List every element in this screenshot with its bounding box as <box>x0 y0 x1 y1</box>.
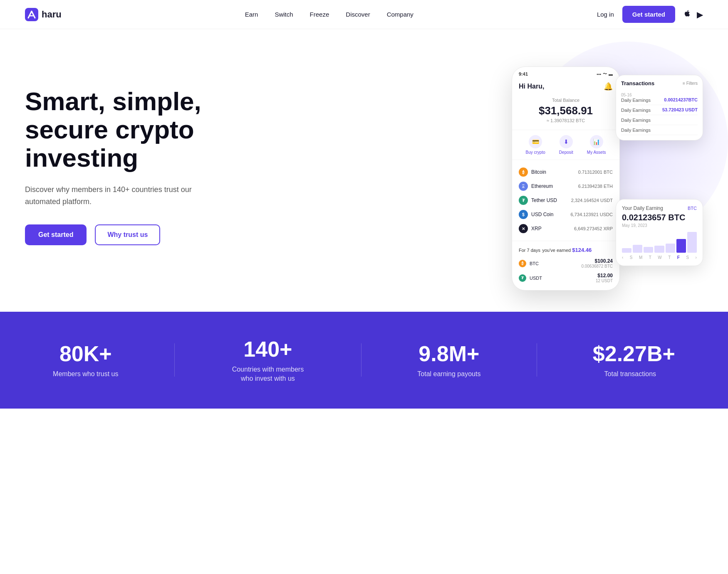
buy-crypto-label: Buy crypto <box>526 150 545 155</box>
phone-header: Hi Haru, 🔔 <box>512 79 619 96</box>
day-f: F <box>677 255 680 260</box>
earning-amount: $124.46 <box>572 247 592 253</box>
btc-earned-sub: 0.00636872 BTC <box>581 264 613 269</box>
nav-get-started-button[interactable]: Get started <box>622 6 675 23</box>
logo-text: haru <box>42 9 62 20</box>
nav-discover[interactable]: Discover <box>346 11 370 18</box>
hero-right: 9:41 ▪▪▪ 〜 ▬ Hi Haru, 🔔 Total Balance $3… <box>487 58 703 274</box>
stat-payouts-number: 9.8M+ <box>417 341 480 366</box>
asset-ethereum: Ξ Ethereum 6.21394238 ETH <box>519 179 613 193</box>
chart-bar-2 <box>644 247 653 253</box>
transactions-card-header: Transactions ≡ Filters <box>621 80 698 86</box>
stat-members: 80K+ Members who trust us <box>53 341 118 379</box>
deposit-label: Deposit <box>559 150 573 155</box>
ethereum-icon: Ξ <box>519 182 528 191</box>
stat-transactions: $2.27B+ Total transactions <box>593 341 675 379</box>
my-assets-action[interactable]: 📊 My Assets <box>587 135 606 155</box>
phone-time: 9:41 <box>519 71 528 76</box>
hero-get-started-button[interactable]: Get started <box>25 224 87 245</box>
usdt-label: USDT <box>530 276 542 281</box>
day-s1: S <box>630 255 633 260</box>
ethereum-name: Ethereum <box>531 183 553 189</box>
trans-amount-2: 53.720423 USDT <box>662 107 698 113</box>
day-s2: S <box>686 255 689 260</box>
phone-earning-section: For 7 days you've earned $124.46 ₿ BTC $… <box>512 241 619 290</box>
trans-row-3: Daily Earnings <box>621 115 698 125</box>
bitcoin-name: Bitcoin <box>531 169 546 175</box>
filter-icon[interactable]: ≡ Filters <box>683 81 698 86</box>
usdt-dot: ₮ <box>519 274 526 282</box>
nav-company[interactable]: Company <box>387 11 414 18</box>
apple-icon[interactable] <box>683 10 691 19</box>
stat-divider-1 <box>174 343 175 377</box>
chart-bar-0 <box>622 248 631 253</box>
svg-rect-0 <box>25 8 38 21</box>
stat-members-number: 80K+ <box>53 341 118 366</box>
stat-countries-number: 140+ <box>230 337 305 362</box>
google-play-icon[interactable]: ▶ <box>697 10 703 20</box>
hero-left: Smart, simple, secure crypto investing D… <box>25 87 241 245</box>
bitcoin-icon: ₿ <box>519 168 528 177</box>
xrp-name: XRP <box>531 226 542 232</box>
daily-earning-chart <box>622 232 697 253</box>
nav-switch[interactable]: Switch <box>275 11 293 18</box>
asset-bitcoin: ₿ Bitcoin 0.71312001 BTC <box>519 165 613 179</box>
btc-label: BTC <box>530 261 539 266</box>
phone-status-bar: 9:41 ▪▪▪ 〜 ▬ <box>512 67 619 79</box>
balance-btc: ≈ 1.39078132 BTC <box>519 118 613 123</box>
my-assets-icon: 📊 <box>590 135 603 148</box>
hero-buttons: Get started Why trust us <box>25 224 241 245</box>
deposit-action[interactable]: ⬇ Deposit <box>559 135 573 155</box>
stat-transactions-label: Total transactions <box>593 370 668 379</box>
app-store-icons: ▶ <box>683 10 703 20</box>
login-link[interactable]: Log in <box>597 11 614 18</box>
notification-bell-icon: 🔔 <box>604 82 613 91</box>
day-w: W <box>658 255 661 260</box>
daily-earning-card: Your Daily Earning BTC 0.02123657 BTC Ma… <box>616 199 703 266</box>
trans-date-1: 05-16 <box>621 93 698 97</box>
stat-payouts-label: Total earning payouts <box>417 370 480 379</box>
stat-members-label: Members who trust us <box>53 370 118 379</box>
nav-earn[interactable]: Earn <box>245 11 258 18</box>
usdc-icon: $ <box>519 210 528 219</box>
logo[interactable]: haru <box>25 8 62 21</box>
buy-crypto-icon: 💳 <box>529 135 542 148</box>
trans-row-2: Daily Earnings 53.720423 USDT <box>621 105 698 115</box>
why-trust-us-button[interactable]: Why trust us <box>95 224 160 245</box>
deposit-icon: ⬇ <box>560 135 573 148</box>
trans-label-2: Daily Earnings <box>621 108 651 113</box>
stat-countries-label: Countries with members who invest with u… <box>230 365 305 384</box>
stat-countries: 140+ Countries with members who invest w… <box>230 337 305 384</box>
transactions-card: Transactions ≡ Filters 05-16 Daily Earni… <box>616 75 703 140</box>
asset-usdc: $ USD Coin 6,734.123921 USDC <box>519 207 613 222</box>
daily-card-header: Your Daily Earning BTC <box>622 205 697 211</box>
stat-payouts: 9.8M+ Total earning payouts <box>417 341 480 379</box>
phone-status-icons: ▪▪▪ 〜 ▬ <box>597 71 613 77</box>
usdt-earned-amount: $12.00 <box>596 273 613 278</box>
xrp-amount: 6,649.273452 XRP <box>574 226 613 231</box>
btc-dot: ₿ <box>519 260 526 267</box>
phone-actions: 💳 Buy crypto ⬇ Deposit 📊 My Assets <box>512 130 619 160</box>
xrp-icon: ✕ <box>519 224 528 233</box>
hero-subtext: Discover why members in 140+ countries t… <box>25 184 200 208</box>
buy-crypto-action[interactable]: 💳 Buy crypto <box>526 135 545 155</box>
usdc-name: USD Coin <box>531 212 553 217</box>
stat-divider-2 <box>361 343 362 377</box>
hero-section: Smart, simple, secure crypto investing D… <box>0 29 728 312</box>
daily-chart-nav: ‹ S M T W T F S › <box>622 255 697 260</box>
asset-xrp: ✕ XRP 6,649.273452 XRP <box>519 222 613 236</box>
nav-freeze[interactable]: Freeze <box>310 11 329 18</box>
signal-icon: ▪▪▪ <box>597 72 601 76</box>
chart-bar-3 <box>654 246 664 253</box>
earning-period: For 7 days <box>519 248 540 253</box>
chart-bar-4 <box>666 244 675 253</box>
battery-icon: ▬ <box>609 72 613 76</box>
phone-greeting: Hi Haru, <box>519 83 544 90</box>
trans-label-3: Daily Earnings <box>621 118 651 123</box>
tether-amount: 2,324.164524 USDT <box>571 198 613 203</box>
tether-name: Tether USD <box>531 197 557 203</box>
trans-label-4: Daily Earnings <box>621 128 698 133</box>
daily-card-date: May 19, 2023 <box>622 223 697 228</box>
btc-earned-amount: $100.24 <box>581 258 613 264</box>
trans-row-1: 05-16 Daily Earnings 0.00214237BTC <box>621 91 698 105</box>
